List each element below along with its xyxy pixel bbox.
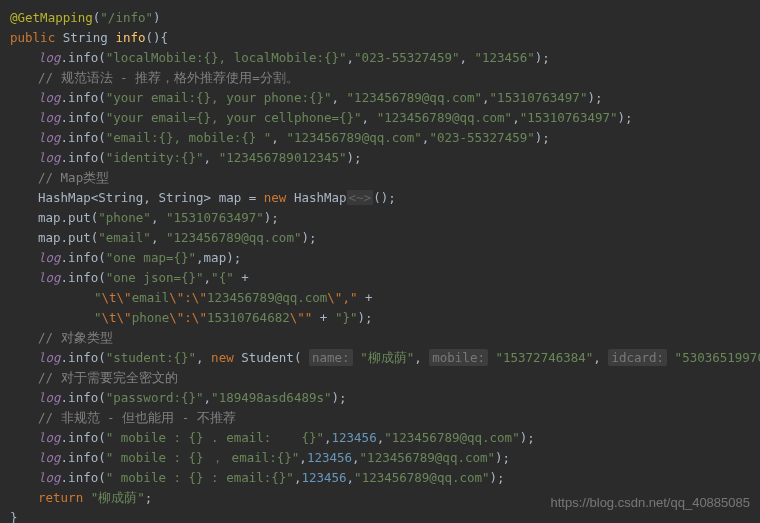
comment: // Map类型: [10, 168, 750, 188]
code-line: "\t\"email\":\"123456789@qq.com\"," +: [10, 288, 750, 308]
code-line: log.info(" mobile : {} ， email:{}",12345…: [10, 448, 750, 468]
code-line: log.info(" mobile : {} . email: {}",1234…: [10, 428, 750, 448]
code-line: public String info(){: [10, 28, 750, 48]
code-block: @GetMapping("/info") public String info(…: [10, 8, 750, 523]
code-line: log.info("your email:{}, your phone:{}",…: [10, 88, 750, 108]
code-line: log.info("email:{}, mobile:{} ", "123456…: [10, 128, 750, 148]
code-line: log.info("one json={}","{" +: [10, 268, 750, 288]
code-line: log.info("password:{}","189498asd6489s")…: [10, 388, 750, 408]
comment: // 对于需要完全密文的: [10, 368, 750, 388]
code-line: log.info("your email={}, your cellphone=…: [10, 108, 750, 128]
code-line: log.info("identity:{}", "123456789012345…: [10, 148, 750, 168]
code-line: @GetMapping("/info"): [10, 8, 750, 28]
code-line: HashMap<String, String> map = new HashMa…: [10, 188, 750, 208]
code-line: log.info(" mobile : {} : email:{}",12345…: [10, 468, 750, 488]
code-line: log.info("student:{}", new Student( name…: [10, 348, 750, 368]
annotation: @GetMapping: [10, 10, 93, 25]
code-line: "\t\"phone\":\"15310764682\"" + "}");: [10, 308, 750, 328]
comment: // 对象类型: [10, 328, 750, 348]
code-line: log.info("localMobile:{}, localMobile:{}…: [10, 48, 750, 68]
comment: // 非规范 - 但也能用 - 不推荐: [10, 408, 750, 428]
code-line: map.put("email", "123456789@qq.com");: [10, 228, 750, 248]
code-line: log.info("one map={}",map);: [10, 248, 750, 268]
watermark: https://blog.csdn.net/qq_40885085: [551, 493, 751, 513]
comment: // 规范语法 - 推荐，格外推荐使用=分割。: [10, 68, 750, 88]
code-line: map.put("phone", "15310763497");: [10, 208, 750, 228]
